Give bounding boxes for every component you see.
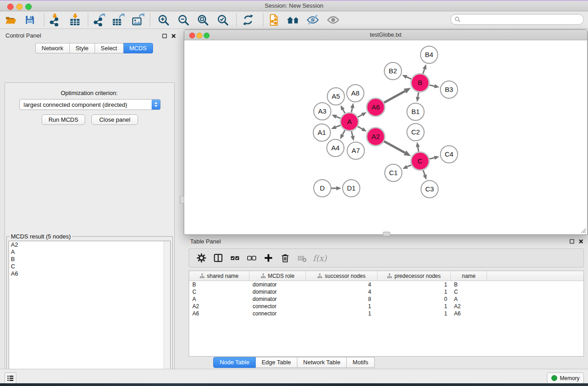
graph-edge[interactable] (357, 126, 367, 132)
close-panel-action-button[interactable]: Close panel (91, 114, 138, 125)
graph-edge[interactable] (351, 130, 355, 141)
column-header-name[interactable]: name (451, 271, 487, 281)
graph-node[interactable]: A5 (327, 88, 344, 105)
graph-node[interactable]: C3 (421, 181, 438, 198)
graph-edge[interactable] (357, 112, 367, 118)
column-header-mcds-role[interactable]: MCDS role (249, 271, 306, 281)
apply-layout-button[interactable] (240, 13, 256, 27)
graph-node[interactable]: C (411, 152, 429, 170)
column-header-successor-nodes[interactable]: successor nodes (306, 271, 378, 281)
tab-motifs[interactable]: Motifs (347, 357, 375, 368)
mcds-result-item[interactable]: A (9, 248, 170, 256)
network-window-titlebar[interactable]: testGlobe.txt (184, 30, 587, 40)
open-session-button[interactable] (3, 13, 19, 27)
table-row[interactable]: A2connector11A2 (189, 303, 583, 310)
vertical-splitter-handle[interactable] (180, 196, 184, 204)
toggle-bird-eye-button[interactable] (305, 13, 321, 27)
graph-node[interactable]: A6 (367, 98, 385, 116)
graph-edge[interactable] (383, 88, 411, 103)
graph-edge[interactable] (330, 186, 341, 191)
zoom-fit-button[interactable] (195, 13, 211, 27)
tab-node-table[interactable]: Node Table (213, 357, 256, 368)
task-history-button[interactable] (5, 372, 16, 384)
hide-panels-button[interactable] (285, 13, 301, 27)
network-canvas[interactable]: B4B2BB3A8A5A6A3B1AC2A1A2A4A7C4CC1DD1C3 (184, 40, 587, 234)
graph-edge[interactable] (340, 105, 345, 114)
show-hide-button[interactable] (325, 13, 341, 27)
graph-node[interactable]: A7 (347, 142, 364, 159)
graph-edge[interactable] (416, 142, 420, 153)
graph-node[interactable]: B1 (407, 103, 424, 120)
export-network-button[interactable] (91, 13, 107, 27)
column-header-shared-name[interactable]: shared name (189, 271, 249, 281)
search-field[interactable] (450, 14, 584, 25)
graph-node[interactable]: A (340, 113, 359, 131)
function-builder-button[interactable]: f(x) (313, 253, 327, 263)
table-row[interactable]: A6connector11A6 (189, 310, 583, 317)
graph-edge[interactable] (402, 75, 412, 80)
import-network-button[interactable] (47, 13, 63, 27)
close-table-panel-button[interactable] (578, 238, 584, 244)
graph-edge[interactable] (423, 64, 427, 75)
export-table-button[interactable] (110, 13, 126, 27)
zoom-in-button[interactable] (155, 13, 172, 27)
graph-edge[interactable] (428, 84, 440, 88)
close-panel-button[interactable] (171, 33, 177, 39)
float-panel-button[interactable] (162, 33, 167, 39)
run-mcds-button[interactable]: Run MCDS (42, 114, 85, 125)
tab-style[interactable]: Style (70, 43, 95, 53)
select-all-rows-button[interactable] (226, 250, 243, 266)
graph-node[interactable]: B (411, 74, 429, 92)
graph-node[interactable]: A2 (367, 128, 385, 146)
delete-table-button[interactable] (293, 250, 310, 266)
add-column-button[interactable] (260, 250, 277, 266)
tab-mcds[interactable]: MCDS (124, 43, 153, 53)
graph-edge[interactable] (402, 164, 412, 169)
mcds-result-item[interactable]: C (9, 263, 170, 270)
memory-button[interactable]: Memory (547, 372, 584, 384)
close-network-window-button[interactable] (189, 33, 195, 38)
graph-node[interactable]: C2 (407, 124, 424, 141)
zoom-selected-button[interactable] (215, 13, 231, 27)
graph-edge[interactable] (416, 91, 420, 102)
tab-edge-table[interactable]: Edge Table (256, 357, 297, 368)
delete-column-button[interactable] (277, 250, 293, 266)
column-header-predecessor-nodes[interactable]: predecessor nodes (378, 271, 451, 281)
graph-node[interactable]: A8 (347, 85, 364, 102)
graph-node[interactable]: C4 (440, 146, 458, 163)
table-settings-button[interactable] (193, 250, 210, 266)
graph-edge[interactable] (423, 169, 427, 180)
table-row[interactable]: Adominator80A (189, 295, 583, 303)
graph-edge[interactable] (331, 125, 342, 129)
graph-node[interactable]: A4 (327, 139, 344, 157)
graph-node[interactable]: D1 (343, 180, 360, 197)
zoom-out-button[interactable] (175, 13, 191, 27)
search-input[interactable] (461, 16, 580, 23)
graph-node[interactable]: D (314, 180, 331, 197)
tab-network[interactable]: Network (35, 43, 70, 53)
export-image-button[interactable] (130, 13, 146, 27)
mcds-result-item[interactable]: A2 (9, 241, 170, 248)
resize-grip-icon[interactable] (580, 227, 586, 234)
horizontal-splitter-handle[interactable] (383, 232, 390, 236)
graph-node[interactable]: A3 (314, 103, 331, 120)
import-table-button[interactable] (67, 13, 83, 27)
mcds-result-item[interactable]: B (9, 256, 170, 263)
graph-node[interactable]: B2 (384, 62, 402, 80)
graph-node[interactable]: A1 (313, 124, 330, 141)
deselect-all-rows-button[interactable] (243, 250, 260, 266)
graph-node[interactable]: B4 (421, 46, 438, 63)
table-row[interactable]: Cdominator41C (189, 288, 583, 295)
graph-edge[interactable] (383, 141, 411, 156)
save-session-button[interactable] (22, 13, 38, 27)
graph-edge[interactable] (428, 156, 440, 160)
optimization-criterion-select[interactable]: largest connected component (directed) (19, 99, 161, 110)
zoom-network-window-button[interactable] (204, 33, 210, 38)
graph-edge[interactable] (332, 115, 342, 119)
minimize-network-window-button[interactable] (196, 33, 202, 38)
show-column-panel-button[interactable] (210, 250, 226, 266)
new-network-from-file-button[interactable] (266, 13, 282, 27)
mcds-result-item[interactable]: A6 (9, 270, 170, 277)
tab-select[interactable]: Select (95, 43, 124, 53)
table-row[interactable]: Bdominator41B (189, 281, 583, 288)
